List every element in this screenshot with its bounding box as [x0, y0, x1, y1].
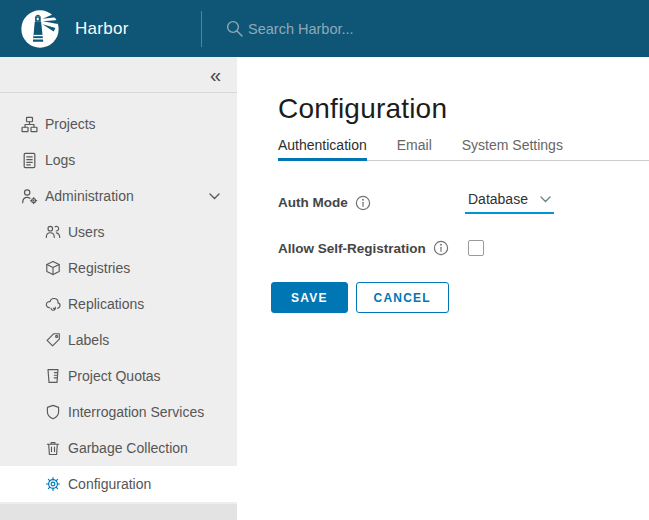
app-header: Harbor — [0, 0, 649, 57]
sidebar-item-labels[interactable]: Labels — [0, 322, 237, 358]
sidebar-item-administration[interactable]: Administration — [0, 178, 237, 214]
chevron-down-icon — [540, 196, 551, 203]
label-tag-icon — [45, 332, 61, 348]
harbor-app: Harbor « — [0, 0, 649, 520]
sidebar-item-label: Labels — [68, 332, 109, 348]
self-registration-label: Allow Self-Registration — [278, 241, 426, 256]
header-divider — [201, 11, 202, 47]
auth-mode-label: Auth Mode — [278, 195, 348, 210]
sidebar: « Projects Log — [0, 57, 237, 520]
header-search — [225, 19, 649, 38]
collapse-sidebar-button[interactable]: « — [210, 65, 221, 85]
auth-mode-select[interactable]: Database — [465, 191, 554, 214]
sidebar-item-label: Registries — [68, 260, 130, 276]
form-actions: SAVE CANCEL — [271, 282, 649, 313]
sidebar-item-label: Project Quotas — [68, 368, 161, 384]
sidebar-item-label: Logs — [45, 152, 75, 168]
sidebar-item-garbage-collection[interactable]: Garbage Collection — [0, 430, 237, 466]
sidebar-item-projects[interactable]: Projects — [0, 106, 237, 142]
users-icon — [45, 224, 61, 240]
save-button[interactable]: SAVE — [271, 282, 348, 313]
self-registration-row: Allow Self-Registration — [278, 240, 649, 256]
tab-system-settings[interactable]: System Settings — [462, 137, 563, 160]
chevron-down-icon — [209, 193, 220, 200]
sidebar-nav: Projects Logs — [0, 93, 237, 502]
main-content: Configuration Authentication Email Syste… — [237, 57, 649, 520]
info-icon[interactable] — [355, 195, 371, 211]
tab-bar: Authentication Email System Settings — [278, 137, 649, 161]
sidebar-item-label: Garbage Collection — [68, 440, 188, 456]
sidebar-item-project-quotas[interactable]: Project Quotas — [0, 358, 237, 394]
sidebar-collapse-row: « — [0, 57, 237, 93]
sidebar-item-label: Interrogation Services — [68, 404, 204, 420]
sidebar-item-registries[interactable]: Registries — [0, 250, 237, 286]
sidebar-item-interrogation-services[interactable]: Interrogation Services — [0, 394, 237, 430]
tab-authentication[interactable]: Authentication — [278, 137, 367, 160]
sidebar-item-label: Replications — [68, 296, 144, 312]
harbor-lighthouse-logo — [20, 9, 60, 49]
sidebar-item-logs[interactable]: Logs — [0, 142, 237, 178]
sidebar-item-label: Projects — [45, 116, 96, 132]
cancel-button[interactable]: CANCEL — [356, 282, 449, 313]
self-registration-checkbox[interactable] — [468, 240, 484, 256]
administrator-icon — [21, 188, 38, 205]
registry-cube-icon — [45, 260, 61, 276]
sidebar-item-configuration[interactable]: Configuration — [0, 466, 237, 502]
sidebar-bottom-strip — [0, 504, 237, 520]
auth-mode-row: Auth Mode Database — [278, 191, 649, 214]
page-title: Configuration — [278, 93, 649, 125]
sidebar-item-label: Users — [68, 224, 105, 240]
replication-cloud-icon — [45, 296, 61, 312]
brand-home-link[interactable]: Harbor — [0, 9, 181, 49]
projects-icon — [21, 116, 38, 133]
quota-measure-icon — [45, 368, 61, 384]
search-icon — [225, 19, 244, 38]
sidebar-item-users[interactable]: Users — [0, 214, 237, 250]
auth-mode-selected-value: Database — [468, 191, 528, 207]
shield-icon — [45, 404, 61, 420]
auth-settings-form: Auth Mode Database — [278, 191, 649, 313]
search-input[interactable] — [248, 21, 588, 37]
logs-icon — [21, 152, 38, 169]
trash-icon — [45, 440, 61, 456]
gear-icon — [45, 476, 61, 492]
info-icon[interactable] — [433, 240, 449, 256]
sidebar-item-label: Administration — [45, 188, 134, 204]
app-title: Harbor — [75, 19, 129, 39]
tab-email[interactable]: Email — [397, 137, 432, 160]
sidebar-item-label: Configuration — [68, 476, 151, 492]
sidebar-item-replications[interactable]: Replications — [0, 286, 237, 322]
